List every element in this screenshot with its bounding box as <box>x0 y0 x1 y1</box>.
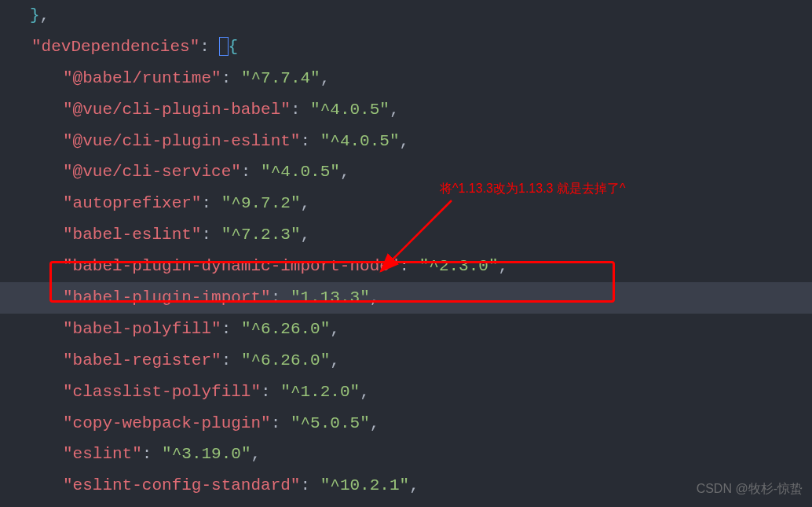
json-value: "^5.0.5" <box>291 414 370 432</box>
json-key: "babel-plugin-import" <box>63 288 271 307</box>
json-key: "eslint-config-standard" <box>63 476 300 494</box>
annotation-text: 将^1.13.3改为1.13.3 就是去掉了^ <box>440 177 625 200</box>
code-line: "@babel/runtime": "^7.7.4", <box>16 63 812 94</box>
code-line: "babel-plugin-dynamic-import-node": "^2.… <box>16 251 812 282</box>
close-brace: } <box>30 6 40 24</box>
json-key: "babel-polyfill" <box>63 320 221 338</box>
json-key: "@vue/cli-plugin-eslint" <box>63 132 300 150</box>
code-line: "classlist-polyfill": "^1.2.0", <box>16 377 812 408</box>
code-line: "@vue/cli-service": "^4.0.5", <box>16 156 812 188</box>
code-line: "babel-polyfill": "^6.26.0", <box>16 314 812 345</box>
json-value: "^4.0.5" <box>261 163 340 181</box>
code-line: "eslint": "^3.19.0", <box>16 439 812 470</box>
watermark: CSDN @牧杉-惊蛰 <box>697 477 803 501</box>
json-value: "^2.3.0" <box>419 257 499 275</box>
json-value: "^1.2.0" <box>280 383 360 401</box>
json-key: "autoprefixer" <box>63 194 201 212</box>
json-value: "^9.7.2" <box>221 194 301 212</box>
code-line: "eslint-config-standard": "^10.2.1", <box>16 470 812 501</box>
json-value: "1.13.3" <box>291 288 370 307</box>
json-key: "babel-register" <box>63 351 221 369</box>
json-key: "devDependencies" <box>31 38 199 56</box>
json-value: "^7.7.4" <box>241 69 320 87</box>
highlighted-line: "babel-plugin-import": "1.13.3", <box>0 282 812 314</box>
json-value: "^7.2.3" <box>221 226 301 244</box>
json-value: "^6.26.0" <box>241 320 330 338</box>
json-key: "eslint" <box>63 445 142 463</box>
code-line: "devDependencies": { <box>16 31 812 63</box>
json-key: "copy-webpack-plugin" <box>63 414 271 432</box>
json-value: "^10.2.1" <box>320 476 409 494</box>
code-line: "babel-eslint": "^7.2.3", <box>16 219 812 251</box>
code-line: "copy-webpack-plugin": "^5.0.5", <box>16 408 812 439</box>
json-key: "@vue/cli-plugin-babel" <box>63 101 291 119</box>
code-editor[interactable]: }, "devDependencies": { "@babel/runtime"… <box>0 0 812 501</box>
json-value: "^3.19.0" <box>162 445 251 463</box>
json-key: "@babel/runtime" <box>63 69 221 87</box>
code-line: "babel-register": "^6.26.0", <box>16 345 812 377</box>
json-key: "classlist-polyfill" <box>63 383 261 401</box>
code-line: "autoprefixer": "^9.7.2", <box>16 188 812 219</box>
json-key: "babel-plugin-dynamic-import-node" <box>63 257 399 275</box>
json-value: "^4.0.5" <box>310 101 390 119</box>
json-value: "^6.26.0" <box>241 351 330 369</box>
json-key: "@vue/cli-service" <box>63 163 241 181</box>
code-line: "@vue/cli-plugin-eslint": "^4.0.5", <box>16 126 812 157</box>
code-line: "@vue/cli-plugin-babel": "^4.0.5", <box>16 94 812 126</box>
json-key: "babel-eslint" <box>63 226 201 244</box>
code-line: }, <box>16 0 812 31</box>
json-value: "^4.0.5" <box>320 132 400 150</box>
code-line: "babel-plugin-import": "1.13.3", <box>16 282 812 314</box>
